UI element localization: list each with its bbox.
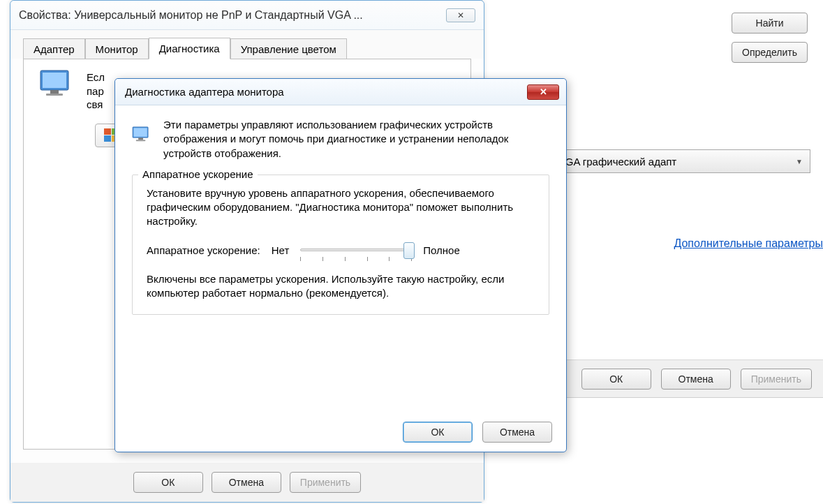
properties-bottom-bar: ОК Отмена Применить	[10, 463, 484, 502]
diagnostics-close-button[interactable]: ✕	[527, 84, 559, 100]
diagnostics-footer: ОК Отмена	[115, 413, 566, 452]
close-icon: ✕	[457, 10, 464, 20]
slider-min-label: Нет	[272, 244, 290, 256]
close-icon: ✕	[540, 87, 547, 97]
tab-adapter[interactable]: Адаптер	[23, 38, 85, 59]
diagnostics-title: Диагностика адаптера монитора	[125, 86, 284, 98]
svg-rect-9	[133, 128, 147, 137]
tab-truncated-text: Есл пар свя	[87, 71, 105, 112]
svg-rect-10	[138, 138, 143, 140]
detect-button[interactable]: Определить	[732, 42, 808, 63]
svg-rect-1	[43, 73, 66, 88]
monitor-icon	[132, 118, 151, 150]
chevron-down-icon: ▼	[796, 158, 803, 165]
monitor-icon	[39, 69, 73, 97]
slider-label: Аппаратное ускорение:	[147, 244, 260, 256]
hardware-accel-group-title: Аппаратное ускорение	[138, 168, 258, 180]
props-cancel-button[interactable]: Отмена	[212, 472, 281, 493]
svg-rect-11	[136, 140, 146, 141]
accel-status-text: Включены все параметры ускорения. Исполь…	[147, 272, 535, 301]
hardware-accel-slider[interactable]	[300, 244, 412, 257]
diag-cancel-button[interactable]: Отмена	[482, 422, 552, 443]
diagnostics-intro-text: Эти параметры управляют использованием г…	[163, 118, 549, 161]
svg-rect-3	[46, 94, 63, 96]
svg-rect-2	[50, 90, 59, 94]
tab-monitor[interactable]: Монитор	[85, 38, 149, 59]
bg-ok-button[interactable]: ОК	[581, 369, 651, 390]
slider-thumb[interactable]	[403, 242, 415, 259]
tab-diagnostics[interactable]: Диагностика	[149, 38, 230, 59]
properties-title: Свойства: Универсальный монитор не PnP и…	[19, 9, 363, 22]
tab-color-mgmt[interactable]: Управление цветом	[230, 38, 347, 59]
diagnostics-titlebar: Диагностика адаптера монитора ✕	[115, 79, 566, 105]
diagnostics-dialog: Диагностика адаптера монитора ✕ Эти пара…	[114, 78, 567, 452]
bg-apply-button[interactable]: Применить	[741, 369, 812, 390]
advanced-settings-link[interactable]: Дополнительные параметры	[674, 237, 823, 250]
bg-cancel-button[interactable]: Отмена	[661, 369, 731, 390]
diag-ok-button[interactable]: ОК	[403, 422, 473, 443]
properties-close-button[interactable]: ✕	[446, 8, 475, 22]
props-apply-button[interactable]: Применить	[290, 472, 361, 493]
props-ok-button[interactable]: ОК	[133, 472, 203, 493]
svg-rect-4	[104, 128, 111, 135]
find-button[interactable]: Найти	[732, 13, 808, 34]
hardware-accel-group: Аппаратное ускорение Установите вручную …	[132, 175, 549, 315]
hardware-accel-description: Установите вручную уровень аппаратного у…	[147, 186, 535, 229]
slider-max-label: Полное	[423, 244, 460, 256]
properties-titlebar: Свойства: Универсальный монитор не PnP и…	[10, 1, 484, 30]
properties-tabstrip: Адаптер Монитор Диагностика Управление ц…	[10, 30, 484, 59]
svg-rect-6	[104, 135, 111, 142]
